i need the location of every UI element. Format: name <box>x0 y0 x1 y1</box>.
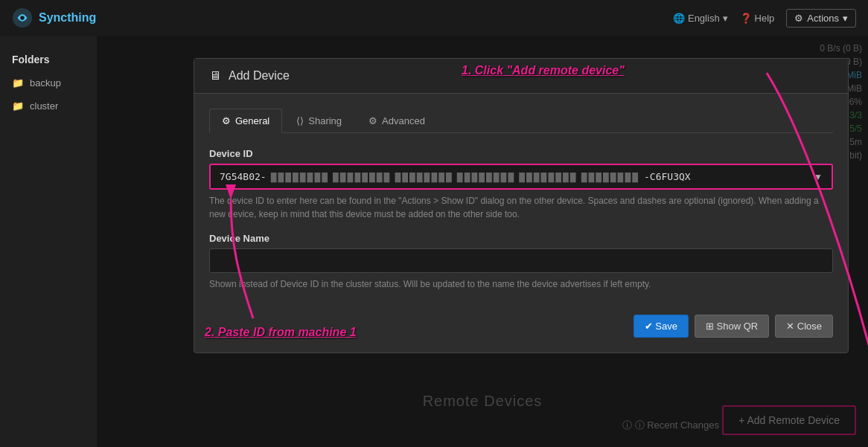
close-button[interactable]: ✕ Close <box>775 315 833 338</box>
help-link[interactable]: ❓ Help <box>740 13 775 24</box>
device-id-suffix: -C6FU3QX <box>644 171 691 182</box>
sidebar-item-cluster[interactable]: 📁 cluster <box>0 94 97 118</box>
help-icon: ❓ <box>740 13 752 24</box>
actions-button[interactable]: ⚙ Actions ▾ <box>786 9 856 28</box>
navbar-right: 🌐 English ▾ ❓ Help ⚙ Actions ▾ <box>673 9 856 28</box>
tab-general[interactable]: ⚙ General <box>209 109 282 133</box>
sidebar: Folders 📁 backup 📁 cluster <box>0 36 97 447</box>
content-area: 0 B/s (0 B) 0 B/s (0 B) ↓1 🖥 ~120 MiB 55… <box>97 36 868 447</box>
sharing-icon: ⟨⟩ <box>296 115 304 126</box>
dropdown-arrow-icon: ▼ <box>814 172 823 182</box>
tab-advanced[interactable]: ⚙ Advanced <box>356 109 438 133</box>
language-link[interactable]: 🌐 English ▾ <box>673 13 728 24</box>
save-button[interactable]: ✔ Save <box>634 315 689 338</box>
gear-icon: ⚙ <box>222 115 231 126</box>
device-name-label: Device Name <box>209 233 833 244</box>
device-id-inner: 7G54B02- ████████ ████████ ████████ ████… <box>220 171 691 182</box>
tab-sharing[interactable]: ⟨⟩ Sharing <box>284 109 354 133</box>
folder-icon: 📁 <box>12 100 24 112</box>
device-id-help: The device ID to enter here can be found… <box>209 194 833 221</box>
device-id-label: Device ID <box>209 148 833 159</box>
device-id-group: Device ID 7G54B02- ████████ ████████ ███… <box>209 148 833 221</box>
device-name-group: Device Name Shown instead of Device ID i… <box>209 233 833 291</box>
device-name-help: Shown instead of Device ID in the cluste… <box>209 277 833 291</box>
main-layout: Folders 📁 backup 📁 cluster 0 B/s (0 B) 0… <box>0 36 868 447</box>
globe-icon: 🌐 <box>673 13 685 24</box>
modal-tabs: ⚙ General ⟨⟩ Sharing ⚙ Advanced <box>209 109 833 133</box>
folder-icon: 📁 <box>12 77 24 89</box>
device-id-input[interactable]: 7G54B02- ████████ ████████ ████████ ████… <box>209 164 833 190</box>
brand-label: Syncthing <box>39 11 96 25</box>
show-qr-button[interactable]: ⊞ Show QR <box>695 315 769 338</box>
gear-icon: ⚙ <box>794 13 803 24</box>
device-id-masked: ████████ ████████ ████████ ████████ ████… <box>271 173 639 181</box>
add-device-modal: 🖥 Add Device ⚙ General ⟨⟩ Sharing ⚙ <box>194 58 849 353</box>
svg-point-1 <box>20 16 25 20</box>
device-name-input[interactable] <box>209 248 833 273</box>
device-id-prefix: 7G54B02- <box>220 171 267 182</box>
modal-footer: ✔ Save ⊞ Show QR ✕ Close <box>209 306 833 338</box>
navbar: Syncthing 🌐 English ▾ ❓ Help ⚙ Actions ▾ <box>0 0 868 36</box>
modal-body: ⚙ General ⟨⟩ Sharing ⚙ Advanced Device I… <box>194 94 848 353</box>
modal-header: 🖥 Add Device <box>194 59 848 94</box>
monitor-icon: 🖥 <box>209 69 221 83</box>
syncthing-logo-icon <box>12 7 33 28</box>
folders-title: Folders <box>0 48 97 71</box>
modal-title: Add Device <box>229 69 290 83</box>
brand: Syncthing <box>12 7 96 28</box>
gear-icon: ⚙ <box>368 115 377 126</box>
sidebar-item-backup[interactable]: 📁 backup <box>0 71 97 94</box>
